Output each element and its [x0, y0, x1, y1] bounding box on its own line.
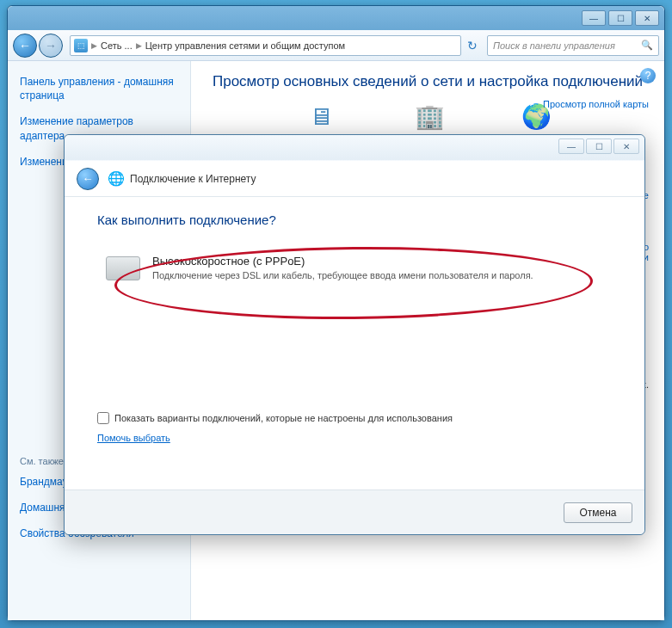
computer-icon: 🖥 [304, 101, 338, 132]
refresh-icon: ↻ [467, 39, 478, 52]
chevron-right-icon: ▶ [91, 41, 97, 50]
dialog-body: Как выполнить подключение? Высокоскорост… [65, 197, 644, 489]
modem-icon [106, 256, 140, 280]
page-title: Просмотр основных сведений о сети и наст… [207, 73, 649, 90]
arrow-right-icon: → [45, 39, 57, 52]
help-button[interactable]: ? [640, 68, 656, 83]
arrow-left-icon: ← [19, 39, 31, 52]
close-icon: ✕ [623, 142, 630, 151]
globe-icon: 🌐 [108, 170, 125, 187]
option-pppoe[interactable]: Высокоскоростное (с PPPoE) Подключение ч… [97, 248, 612, 289]
minimize-icon: — [589, 14, 598, 23]
dialog-titlebar[interactable]: — ☐ ✕ [65, 135, 644, 161]
nav-forward-button[interactable]: → [39, 34, 63, 58]
help-choose-link[interactable]: Помочь выбрать [97, 433, 170, 443]
view-full-map-link[interactable]: Просмотр полной карты [543, 99, 649, 109]
dialog-back-button[interactable]: ← [77, 168, 99, 190]
refresh-button[interactable]: ↻ [463, 35, 482, 56]
breadcrumb-root[interactable]: Сеть ... [101, 40, 133, 51]
search-icon: 🔍 [641, 40, 653, 51]
cancel-button[interactable]: Отмена [564, 502, 632, 523]
network-hub-icon: 🏢 [412, 101, 447, 132]
nav-bar: ← → ⬚ ▶ Сеть ... ▶ Центр управления сетя… [8, 30, 664, 61]
dialog-title: Подключение к Интернету [130, 173, 256, 185]
internet-connection-wizard: — ☐ ✕ ← 🌐 Подключение к Интернету Как вы… [64, 134, 645, 535]
maximize-button[interactable]: ☐ [608, 10, 632, 26]
close-button[interactable]: ✕ [635, 10, 659, 26]
maximize-icon: ☐ [595, 142, 603, 151]
nav-back-button[interactable]: ← [13, 34, 37, 58]
option-description: Подключение через DSL или кабель, требую… [152, 269, 533, 282]
checkbox-label: Показать варианты подключений, которые н… [114, 413, 453, 423]
search-placeholder: Поиск в панели управления [493, 40, 615, 51]
dialog-question: Как выполнить подключение? [97, 212, 612, 227]
titlebar[interactable]: — ☐ ✕ [8, 6, 664, 30]
dialog-minimize-button[interactable]: — [558, 139, 584, 154]
dialog-footer: Отмена [65, 489, 644, 534]
arrow-left-icon: ← [83, 172, 94, 185]
breadcrumb-page[interactable]: Центр управления сетями и общим доступом [145, 40, 345, 51]
search-input[interactable]: Поиск в панели управления 🔍 [487, 35, 659, 56]
show-unconfigured-checkbox[interactable] [97, 412, 109, 424]
network-icon: ⬚ [74, 39, 88, 52]
dialog-header: ← 🌐 Подключение к Интернету [65, 161, 644, 197]
sidebar-link-home[interactable]: Панель управления - домашняя страница [20, 75, 178, 102]
minimize-button[interactable]: — [582, 10, 606, 26]
option-title: Высокоскоростное (с PPPoE) [152, 255, 533, 268]
dialog-maximize-button[interactable]: ☐ [586, 139, 612, 154]
breadcrumb[interactable]: ⬚ ▶ Сеть ... ▶ Центр управления сетями и… [70, 35, 461, 56]
show-unconfigured-checkbox-row[interactable]: Показать варианты подключений, которые н… [97, 412, 612, 424]
dialog-close-button[interactable]: ✕ [613, 139, 639, 154]
maximize-icon: ☐ [617, 14, 625, 23]
minimize-icon: — [567, 142, 576, 151]
close-icon: ✕ [644, 14, 650, 23]
chevron-right-icon: ▶ [136, 41, 142, 50]
help-icon: ? [645, 70, 651, 82]
